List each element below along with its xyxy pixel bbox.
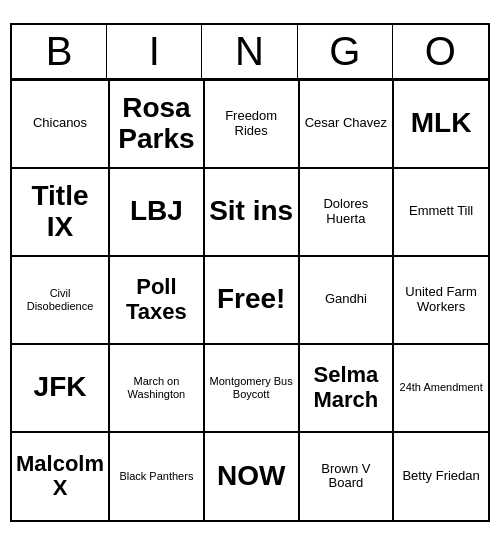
bingo-cell: Emmett Till (393, 168, 488, 256)
bingo-cell: March on Washington (109, 344, 204, 432)
cell-text: MLK (411, 108, 472, 139)
bingo-cell: Chicanos (12, 80, 109, 168)
bingo-cell: Cesar Chavez (299, 80, 394, 168)
bingo-cell: Civil Disobedience (12, 256, 109, 344)
bingo-cell: Freedom Rides (204, 80, 299, 168)
cell-text: NOW (217, 461, 285, 492)
cell-text: Emmett Till (409, 204, 473, 218)
bingo-cell: Rosa Parks (109, 80, 204, 168)
cell-text: Poll Taxes (114, 275, 199, 323)
bingo-cell: Gandhi (299, 256, 394, 344)
cell-text: LBJ (130, 196, 183, 227)
bingo-cell: Montgomery Bus Boycott (204, 344, 299, 432)
bingo-card: BINGO ChicanosRosa ParksFreedom RidesCes… (10, 23, 490, 522)
bingo-grid: ChicanosRosa ParksFreedom RidesCesar Cha… (12, 80, 488, 520)
header-letter: G (298, 25, 393, 78)
cell-text: United Farm Workers (398, 285, 484, 314)
cell-text: Betty Friedan (402, 469, 479, 483)
cell-text: Cesar Chavez (305, 116, 387, 130)
cell-text: Gandhi (325, 292, 367, 306)
bingo-cell: JFK (12, 344, 109, 432)
bingo-cell: Betty Friedan (393, 432, 488, 520)
bingo-cell: Malcolm X (12, 432, 109, 520)
cell-text: Title IX (16, 181, 104, 243)
cell-text: Dolores Huerta (304, 197, 389, 226)
bingo-cell: 24th Amendment (393, 344, 488, 432)
bingo-cell: Selma March (299, 344, 394, 432)
cell-text: Freedom Rides (209, 109, 294, 138)
cell-text: Malcolm X (16, 452, 104, 500)
bingo-cell: Free! (204, 256, 299, 344)
cell-text: Black Panthers (119, 470, 193, 482)
cell-text: Sit ins (209, 196, 293, 227)
cell-text: Brown V Board (304, 462, 389, 491)
cell-text: Selma March (304, 363, 389, 411)
bingo-cell: Sit ins (204, 168, 299, 256)
bingo-cell: Poll Taxes (109, 256, 204, 344)
bingo-cell: NOW (204, 432, 299, 520)
bingo-cell: Title IX (12, 168, 109, 256)
header-letter: I (107, 25, 202, 78)
bingo-cell: United Farm Workers (393, 256, 488, 344)
cell-text: Free! (217, 284, 285, 315)
cell-text: Rosa Parks (114, 93, 199, 155)
header-letter: O (393, 25, 488, 78)
header-letter: N (202, 25, 297, 78)
bingo-cell: Black Panthers (109, 432, 204, 520)
bingo-cell: Brown V Board (299, 432, 394, 520)
cell-text: Montgomery Bus Boycott (209, 375, 294, 399)
cell-text: March on Washington (114, 375, 199, 399)
bingo-header: BINGO (12, 25, 488, 80)
header-letter: B (12, 25, 107, 78)
cell-text: 24th Amendment (400, 381, 483, 393)
cell-text: Chicanos (33, 116, 87, 130)
bingo-cell: Dolores Huerta (299, 168, 394, 256)
bingo-cell: LBJ (109, 168, 204, 256)
cell-text: Civil Disobedience (16, 287, 104, 311)
cell-text: JFK (34, 372, 87, 403)
bingo-cell: MLK (393, 80, 488, 168)
